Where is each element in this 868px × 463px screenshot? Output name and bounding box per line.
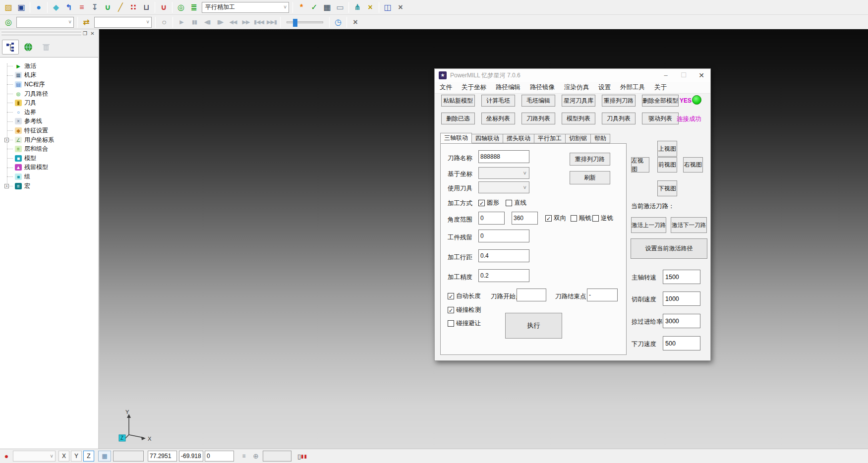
spindle-speed-input[interactable] [663, 270, 700, 284]
front-view-button[interactable]: 前视图 [657, 157, 677, 173]
fast-forward-icon[interactable]: ▶▶ [240, 16, 252, 28]
tab-three-axis[interactable]: 三轴联动 [440, 133, 472, 143]
rearrange-toolpaths-button[interactable]: 重排列刀路 [570, 153, 610, 166]
close-sim-toolbar-icon[interactable]: × [349, 16, 361, 28]
menu-item-path-edit[interactable]: 路径编辑 [496, 83, 521, 92]
left-view-button[interactable]: 左视图 [631, 157, 649, 173]
menu-item-settings[interactable]: 设置 [598, 83, 611, 92]
strategy-icon[interactable]: ∪ [102, 1, 114, 13]
set-active-path-button[interactable]: 设置当前激活路径 [631, 238, 707, 259]
calculator-icon[interactable]: ▦ [321, 1, 333, 13]
checkbox-circle[interactable]: ✓ 圆形 [478, 199, 499, 207]
tree-item-patterns[interactable]: ×参考线 [3, 117, 98, 126]
stock-allowance-input[interactable] [478, 230, 529, 242]
block-icon[interactable]: ◆ [50, 1, 62, 13]
paste-new-model-button[interactable]: 粘贴新模型 [441, 95, 475, 107]
save-project-icon[interactable]: ▣ [15, 1, 27, 13]
tool-database-icon[interactable]: ⊔ [140, 1, 152, 13]
tree-expander-icon[interactable]: + [4, 184, 9, 188]
cursor-y-input[interactable] [179, 451, 203, 462]
swap-icon[interactable]: × [364, 1, 376, 13]
open-project-icon[interactable]: ▨ [2, 1, 14, 13]
tab-swivel-head[interactable]: 摆头联动 [503, 134, 534, 143]
close-toolbar-icon[interactable]: × [395, 1, 406, 13]
compute-stock-button[interactable]: 计算毛坯 [481, 95, 515, 107]
cursor-z-input[interactable] [205, 451, 234, 462]
viewmill-icon[interactable]: ● [33, 1, 45, 13]
panel-gripper[interactable]: ❐ ✕ [0, 29, 98, 38]
go-to-end-icon[interactable]: ▶▶▮ [266, 16, 278, 28]
pointer-mode-icon[interactable]: ● [2, 451, 11, 462]
toolpath-end-input[interactable] [587, 289, 618, 301]
refresh-button[interactable]: 刷新 [570, 171, 610, 184]
sim-clock-icon[interactable]: ◷ [332, 16, 344, 28]
toolpath-list-button[interactable]: 刀路列表 [521, 113, 555, 124]
panel-restore-icon[interactable]: ❐ [82, 30, 88, 37]
toolpath-icon[interactable]: ◎ [175, 1, 187, 13]
menu-item-external-tools[interactable]: 外部工具 [620, 83, 645, 92]
tab-cutting-saw[interactable]: 切割锯 [566, 134, 591, 143]
tool-icon[interactable]: ↧ [89, 1, 101, 13]
grid-snap-button[interactable]: ▦ [98, 451, 111, 462]
strategy-combo[interactable]: 平行精加工˅ [202, 2, 289, 13]
cutting-feed-input[interactable] [663, 291, 700, 306]
checkbox-box[interactable]: ✓ [545, 215, 552, 222]
toolpath-name-input[interactable] [478, 150, 529, 163]
tree-item-machine-tool[interactable]: ▦机床 [3, 71, 98, 80]
coord-combobox[interactable]: ˅ [478, 167, 529, 179]
tree-item-activate[interactable]: ▶激活 [3, 61, 98, 71]
checkbox-auto-length[interactable]: ✓ 自动长度 [448, 292, 481, 300]
tool-holder-icon[interactable]: ∪ [158, 1, 170, 13]
rewind-icon[interactable]: ◀◀ [227, 16, 239, 28]
grid-size-input[interactable] [113, 451, 144, 462]
tree-item-toolpaths[interactable]: ◎刀具路径 [3, 89, 98, 99]
points-icon[interactable]: ∷ [127, 1, 139, 13]
right-view-button[interactable]: 右视图 [683, 157, 703, 173]
rearrange-toolpaths-button[interactable]: 重排列刀路 [602, 95, 636, 107]
checkbox-box[interactable]: ✓ [478, 200, 485, 206]
checkbox-bidirectional[interactable]: ✓ 双向 [545, 214, 566, 223]
menu-item-file[interactable]: 文件 [440, 83, 452, 92]
tree-item-tools[interactable]: ▮刀具 [3, 98, 98, 108]
tree-item-feature-sets[interactable]: ◆特征设置 [3, 126, 98, 135]
checkbox-box[interactable] [571, 215, 577, 222]
tool-select-icon[interactable]: ⇄ [80, 16, 92, 28]
checkbox-climb[interactable]: 顺铣 [571, 214, 591, 223]
locate-axis-icon[interactable]: ⊕ [251, 451, 261, 462]
measure-icon[interactable]: ▭ [334, 1, 346, 13]
tree-item-workplanes[interactable]: +∠用户坐标系 [3, 135, 98, 145]
angle-from-input[interactable] [478, 212, 505, 225]
skim-feed-input[interactable] [663, 314, 700, 328]
nc-program-icon[interactable]: ◫ [382, 1, 394, 13]
tab-world-view[interactable] [20, 40, 37, 55]
maximize-button[interactable]: ☐ [675, 69, 693, 82]
execute-button[interactable]: 执行 [505, 313, 562, 339]
axis-z-button[interactable]: Z [83, 451, 94, 462]
tree-item-macros[interactable]: +≡宏 [3, 181, 98, 191]
tree-item-boundaries[interactable]: ○边界 [3, 108, 98, 117]
model-list-button[interactable]: 模型列表 [562, 113, 595, 124]
axis-x-button[interactable]: X [58, 451, 69, 462]
step-forward-icon[interactable]: ▮▶ [214, 16, 226, 28]
toolpath-list-icon[interactable]: ≣ [188, 1, 200, 13]
angle-to-input[interactable] [512, 212, 538, 225]
cursor-x-input[interactable] [148, 451, 177, 462]
checkbox-box[interactable] [592, 215, 599, 222]
bottom-view-button[interactable]: 下视图 [657, 180, 677, 196]
axis-y-button[interactable]: Y [71, 451, 82, 462]
toolpath-limit-icon[interactable]: ↰ [63, 1, 75, 13]
z-heights-icon[interactable]: ≡ [76, 1, 88, 13]
activate-next-toolpath-button[interactable]: 激活下一刀路 [671, 217, 707, 233]
tolerance-input[interactable] [478, 269, 529, 282]
tree-item-levels-sets[interactable]: ≡层和组合 [3, 144, 98, 154]
minimize-button[interactable]: – [657, 69, 675, 82]
go-to-start-icon[interactable]: ▮◀◀ [253, 16, 265, 28]
tree-item-groups[interactable]: ■组 [3, 172, 98, 181]
tree-item-nc-programs[interactable]: ▤NC程序 [3, 80, 98, 89]
stepover-input[interactable] [478, 249, 529, 262]
menu-item-about[interactable]: 关于 [654, 83, 667, 92]
plunge-feed-input[interactable] [663, 336, 700, 350]
checkbox-line[interactable]: 直线 [506, 199, 526, 207]
tab-parallel[interactable]: 平行加工 [534, 134, 566, 143]
batch-calc-icon[interactable]: * [295, 1, 307, 13]
